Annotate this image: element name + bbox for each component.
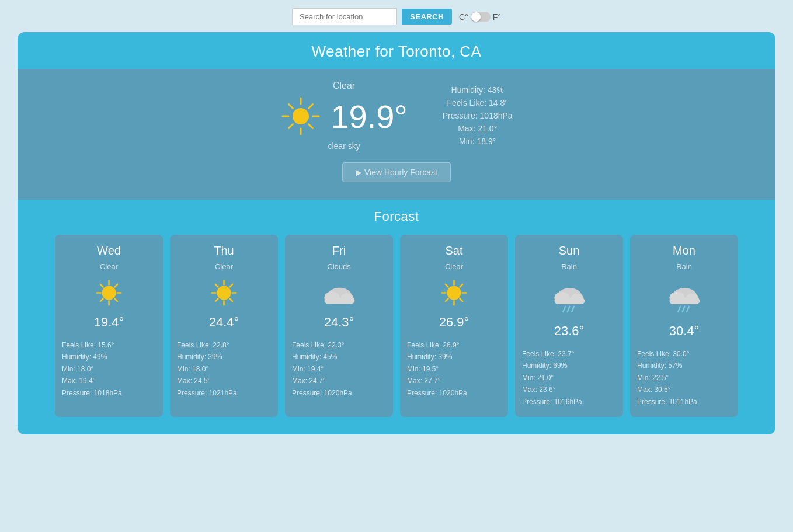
unit-toggle-group: C° F°: [459, 12, 501, 22]
card-day: Sat: [445, 244, 462, 258]
card-day: Mon: [673, 244, 695, 258]
forecast-title: Forcast: [32, 209, 761, 224]
card-humidity: Humidity: 45%: [292, 351, 386, 363]
unit-toggle-track[interactable]: [471, 12, 491, 22]
svg-line-33: [460, 299, 463, 302]
card-max: Max: 19.4°: [62, 375, 156, 387]
hourly-forecast-button[interactable]: ▶ View Hourly Forcast: [342, 162, 451, 182]
forecast-card: Thu Clear 24.4° Feels Like: 22.8° Humidi…: [170, 235, 278, 417]
card-min: Min: 19.4°: [292, 363, 386, 375]
svg-rect-30: [324, 297, 354, 304]
card-temperature: 24.3°: [324, 315, 354, 330]
forecast-card: Sun Rain 23.6° Feels Like: 23.7° Humidit…: [515, 235, 623, 417]
svg-rect-43: [554, 298, 585, 304]
card-temperature: 26.9°: [439, 315, 469, 330]
svg-line-5: [289, 105, 293, 109]
forecast-card: Mon Rain 30.4° Feels Like: 30.0° Humidit…: [630, 235, 738, 417]
current-humidity: Humidity: 43%: [443, 85, 513, 95]
card-condition: Clear: [215, 262, 233, 271]
fahrenheit-label: F°: [493, 12, 501, 22]
sun-icon: [93, 277, 125, 309]
card-pressure: Pressure: 1020hPa: [407, 387, 501, 399]
card-humidity: Humidity: 39%: [177, 351, 271, 363]
card-condition: Clouds: [327, 262, 350, 271]
forecast-cards: Wed Clear 19.4° Feels Like: 15.6° Humidi…: [32, 235, 761, 417]
card-pressure: Pressure: 1016hPa: [522, 396, 616, 408]
svg-line-20: [230, 299, 233, 302]
card-max: Max: 27.7°: [407, 375, 501, 387]
svg-line-46: [572, 307, 574, 312]
card-condition: Rain: [561, 262, 577, 271]
card-condition: Clear: [100, 262, 118, 271]
svg-point-31: [447, 286, 461, 300]
card-details: Feels Like: 23.7° Humidity: 69% Min: 21.…: [522, 348, 616, 408]
card-details: Feels Like: 22.3° Humidity: 45% Min: 19.…: [292, 339, 386, 399]
forecast-card: Sat Clear 26.9° Feels Like: 26.9° Humidi…: [400, 235, 508, 417]
card-feels-like: Feels Like: 15.6°: [62, 339, 156, 351]
card-pressure: Pressure: 1018hPa: [62, 387, 156, 399]
card-pressure: Pressure: 1020hPa: [292, 387, 386, 399]
card-humidity: Humidity: 39%: [407, 351, 501, 363]
celsius-label: C°: [459, 12, 468, 22]
svg-line-37: [446, 284, 448, 287]
forecast-section: Forcast Wed Clear 19.4° Feels Like: 15.6…: [18, 200, 775, 434]
search-input[interactable]: [292, 8, 397, 25]
card-day: Sun: [559, 244, 580, 258]
card-pressure: Pressure: 1011hPa: [637, 396, 731, 408]
current-weather-section: Clear 19.9°: [18, 69, 775, 200]
card-max: Max: 24.7°: [292, 375, 386, 387]
card-feels-like: Feels Like: 22.3°: [292, 339, 386, 351]
card-details: Feels Like: 26.9° Humidity: 39% Min: 19.…: [407, 339, 501, 399]
svg-point-9: [102, 286, 116, 300]
card-humidity: Humidity: 49%: [62, 351, 156, 363]
card-day: Wed: [97, 244, 121, 258]
svg-line-13: [100, 299, 103, 302]
card-max: Max: 24.5°: [177, 375, 271, 387]
card-temperature: 30.4°: [669, 324, 700, 339]
rain-icon: [550, 277, 588, 318]
card-min: Min: 18.0°: [177, 363, 271, 375]
card-details: Feels Like: 30.0° Humidity: 57% Min: 22.…: [637, 348, 731, 408]
svg-line-11: [115, 299, 118, 302]
svg-line-22: [215, 299, 218, 302]
top-bar: SEARCH C° F°: [0, 0, 793, 32]
main-container: Weather for Toronto, CA Clear: [18, 32, 775, 434]
card-details: Feels Like: 15.6° Humidity: 49% Min: 18.…: [62, 339, 156, 399]
forecast-card: Wed Clear 19.4° Feels Like: 15.6° Humidi…: [55, 235, 163, 417]
svg-point-0: [293, 108, 309, 124]
sun-icon: [438, 277, 470, 309]
card-feels-like: Feels Like: 26.9°: [407, 339, 501, 351]
current-sun-icon: [280, 96, 321, 137]
svg-line-24: [215, 284, 218, 287]
current-details: Humidity: 43% Feels Like: 14.8° Pressure…: [443, 85, 513, 146]
card-max: Max: 23.6°: [522, 384, 616, 395]
svg-line-7: [309, 105, 313, 109]
card-condition: Clear: [445, 262, 463, 271]
card-day: Thu: [214, 244, 234, 258]
search-button[interactable]: SEARCH: [402, 9, 452, 25]
current-max: Max: 21.0°: [443, 124, 513, 133]
card-feels-like: Feels Like: 30.0°: [637, 348, 731, 360]
card-temperature: 19.4°: [94, 315, 124, 330]
current-feels-like: Feels Like: 14.8°: [443, 98, 513, 107]
cloud-icon: [320, 277, 358, 309]
svg-line-17: [115, 284, 118, 287]
card-min: Min: 19.5°: [407, 363, 501, 375]
weather-header: Weather for Toronto, CA: [18, 32, 775, 69]
card-feels-like: Feels Like: 22.8°: [177, 339, 271, 351]
current-condition: Clear: [333, 81, 355, 91]
card-min: Min: 21.0°: [522, 372, 616, 384]
unit-toggle-thumb: [471, 12, 481, 22]
svg-line-6: [309, 124, 313, 128]
card-feels-like: Feels Like: 23.7°: [522, 348, 616, 360]
svg-line-8: [289, 124, 293, 128]
svg-line-44: [563, 307, 565, 312]
current-temperature: 19.9°: [331, 98, 407, 135]
card-condition: Rain: [676, 262, 692, 271]
forecast-card: Fri Clouds 24.3° Feels Like: 22.3° Humid…: [285, 235, 393, 417]
card-humidity: Humidity: 57%: [637, 360, 731, 371]
svg-line-45: [568, 307, 570, 312]
svg-rect-50: [669, 298, 700, 304]
svg-line-35: [446, 299, 448, 302]
svg-line-53: [687, 307, 689, 312]
